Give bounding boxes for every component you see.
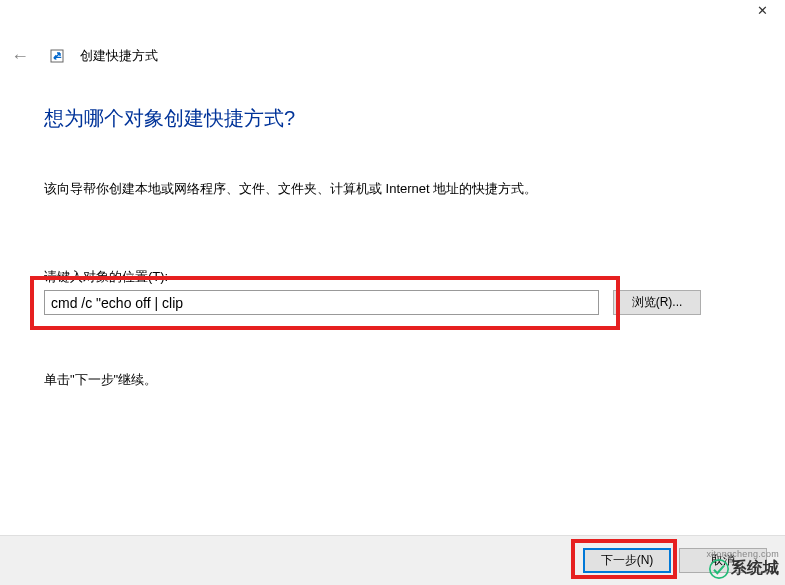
page-description: 该向导帮你创建本地或网络程序、文件、文件夹、计算机或 Internet 地址的快… bbox=[44, 180, 741, 198]
browse-button[interactable]: 浏览(R)... bbox=[613, 290, 701, 315]
close-button[interactable]: ✕ bbox=[740, 0, 785, 20]
watermark-url: xitongcheng.com bbox=[706, 549, 779, 559]
next-button[interactable]: 下一步(N) bbox=[583, 548, 671, 573]
hint-text: 单击"下一步"继续。 bbox=[44, 371, 741, 389]
window-title: 创建快捷方式 bbox=[80, 47, 158, 65]
location-label: 请键入对象的位置(T): bbox=[44, 268, 741, 286]
back-arrow-icon[interactable]: ← bbox=[8, 44, 32, 68]
wizard-header: ← 创建快捷方式 bbox=[8, 44, 158, 68]
page-heading: 想为哪个对象创建快捷方式? bbox=[44, 105, 741, 132]
shortcut-icon bbox=[50, 49, 64, 63]
wizard-footer: 下一步(N) 取消 bbox=[0, 535, 785, 585]
location-input[interactable] bbox=[44, 290, 599, 315]
